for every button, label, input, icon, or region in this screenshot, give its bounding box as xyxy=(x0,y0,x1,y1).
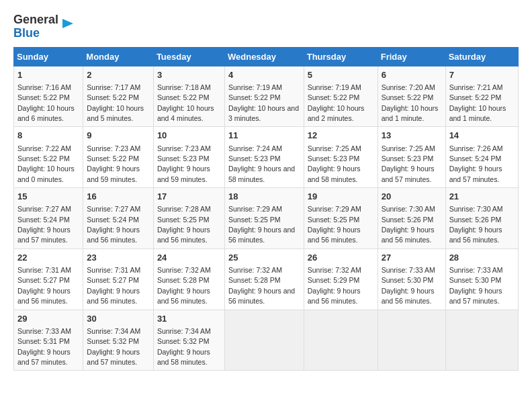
day-number: 19 xyxy=(308,191,374,203)
day-number: 18 xyxy=(228,191,300,203)
day-number: 2 xyxy=(87,69,150,81)
calendar-cell: 11 Sunrise: 7:24 AMSunset: 5:23 PMDaylig… xyxy=(224,127,304,188)
calendar-cell: 23 Sunrise: 7:31 AMSunset: 5:27 PMDaylig… xyxy=(83,248,154,310)
day-number: 14 xyxy=(449,130,515,142)
day-number: 3 xyxy=(157,69,221,81)
svg-marker-0 xyxy=(62,19,73,28)
day-info: Sunrise: 7:30 AMSunset: 5:26 PMDaylight:… xyxy=(382,205,435,244)
calendar-cell: 27 Sunrise: 7:33 AMSunset: 5:30 PMDaylig… xyxy=(378,248,445,310)
day-number: 9 xyxy=(87,130,150,142)
calendar-cell: 18 Sunrise: 7:29 AMSunset: 5:25 PMDaylig… xyxy=(224,188,304,249)
day-info: Sunrise: 7:23 AMSunset: 5:23 PMDaylight:… xyxy=(157,144,211,183)
calendar-cell xyxy=(304,310,378,371)
day-info: Sunrise: 7:32 AMSunset: 5:29 PMDaylight:… xyxy=(308,266,361,305)
day-info: Sunrise: 7:34 AMSunset: 5:32 PMDaylight:… xyxy=(87,327,140,366)
calendar-cell: 24 Sunrise: 7:32 AMSunset: 5:28 PMDaylig… xyxy=(153,248,224,310)
calendar-cell: 17 Sunrise: 7:28 AMSunset: 5:25 PMDaylig… xyxy=(153,188,224,249)
day-info: Sunrise: 7:27 AMSunset: 5:24 PMDaylight:… xyxy=(17,205,71,244)
day-number: 29 xyxy=(17,313,79,325)
day-info: Sunrise: 7:24 AMSunset: 5:23 PMDaylight:… xyxy=(228,144,295,183)
day-info: Sunrise: 7:26 AMSunset: 5:24 PMDaylight:… xyxy=(449,144,503,183)
day-number: 1 xyxy=(17,69,79,81)
calendar-week-row: 8 Sunrise: 7:22 AMSunset: 5:22 PMDayligh… xyxy=(14,127,519,188)
calendar-cell: 15 Sunrise: 7:27 AMSunset: 5:24 PMDaylig… xyxy=(14,188,83,249)
day-info: Sunrise: 7:32 AMSunset: 5:28 PMDaylight:… xyxy=(228,266,295,305)
day-number: 4 xyxy=(228,69,300,81)
day-number: 25 xyxy=(228,252,300,264)
day-number: 8 xyxy=(17,130,79,142)
header-tuesday: Tuesday xyxy=(153,47,224,66)
calendar-cell: 19 Sunrise: 7:29 AMSunset: 5:25 PMDaylig… xyxy=(304,188,378,249)
calendar-cell: 30 Sunrise: 7:34 AMSunset: 5:32 PMDaylig… xyxy=(83,310,154,371)
day-info: Sunrise: 7:19 AMSunset: 5:22 PMDaylight:… xyxy=(228,83,299,122)
header-wednesday: Wednesday xyxy=(224,47,304,66)
header-saturday: Saturday xyxy=(445,47,518,66)
header-sunday: Sunday xyxy=(14,47,83,66)
calendar-cell: 26 Sunrise: 7:32 AMSunset: 5:29 PMDaylig… xyxy=(304,248,378,310)
day-number: 21 xyxy=(449,191,515,203)
day-info: Sunrise: 7:30 AMSunset: 5:26 PMDaylight:… xyxy=(449,205,503,244)
day-number: 28 xyxy=(449,252,515,264)
calendar-table: SundayMondayTuesdayWednesdayThursdayFrid… xyxy=(13,47,519,371)
calendar-cell: 29 Sunrise: 7:33 AMSunset: 5:31 PMDaylig… xyxy=(14,310,83,371)
calendar-cell: 9 Sunrise: 7:23 AMSunset: 5:22 PMDayligh… xyxy=(83,127,154,188)
day-number: 30 xyxy=(87,313,150,325)
day-info: Sunrise: 7:33 AMSunset: 5:30 PMDaylight:… xyxy=(382,266,435,305)
day-number: 22 xyxy=(17,252,79,264)
day-info: Sunrise: 7:34 AMSunset: 5:32 PMDaylight:… xyxy=(157,327,211,366)
day-info: Sunrise: 7:17 AMSunset: 5:22 PMDaylight:… xyxy=(87,83,144,122)
header-monday: Monday xyxy=(83,47,154,66)
day-info: Sunrise: 7:23 AMSunset: 5:22 PMDaylight:… xyxy=(87,144,140,183)
day-info: Sunrise: 7:19 AMSunset: 5:22 PMDaylight:… xyxy=(308,83,365,122)
calendar-cell: 3 Sunrise: 7:18 AMSunset: 5:22 PMDayligh… xyxy=(153,66,224,127)
day-number: 10 xyxy=(157,130,221,142)
calendar-cell xyxy=(378,310,445,371)
calendar-week-row: 29 Sunrise: 7:33 AMSunset: 5:31 PMDaylig… xyxy=(14,310,519,371)
day-info: Sunrise: 7:27 AMSunset: 5:24 PMDaylight:… xyxy=(87,205,140,244)
calendar-cell: 13 Sunrise: 7:25 AMSunset: 5:23 PMDaylig… xyxy=(378,127,445,188)
day-info: Sunrise: 7:20 AMSunset: 5:22 PMDaylight:… xyxy=(382,83,439,122)
calendar-cell: 10 Sunrise: 7:23 AMSunset: 5:23 PMDaylig… xyxy=(153,127,224,188)
day-number: 26 xyxy=(308,252,374,264)
calendar-week-row: 1 Sunrise: 7:16 AMSunset: 5:22 PMDayligh… xyxy=(14,66,519,127)
day-number: 6 xyxy=(382,69,442,81)
calendar-cell: 8 Sunrise: 7:22 AMSunset: 5:22 PMDayligh… xyxy=(14,127,83,188)
day-info: Sunrise: 7:32 AMSunset: 5:28 PMDaylight:… xyxy=(157,266,211,305)
day-number: 5 xyxy=(308,69,374,81)
day-info: Sunrise: 7:29 AMSunset: 5:25 PMDaylight:… xyxy=(228,205,295,244)
day-info: Sunrise: 7:18 AMSunset: 5:22 PMDaylight:… xyxy=(157,83,214,122)
logo: General Blue xyxy=(13,13,75,40)
day-number: 23 xyxy=(87,252,150,264)
day-number: 12 xyxy=(308,130,374,142)
day-number: 15 xyxy=(17,191,79,203)
day-number: 31 xyxy=(157,313,221,325)
day-number: 16 xyxy=(87,191,150,203)
day-number: 17 xyxy=(157,191,221,203)
calendar-cell: 20 Sunrise: 7:30 AMSunset: 5:26 PMDaylig… xyxy=(378,188,445,249)
day-info: Sunrise: 7:28 AMSunset: 5:25 PMDaylight:… xyxy=(157,205,211,244)
calendar-cell: 6 Sunrise: 7:20 AMSunset: 5:22 PMDayligh… xyxy=(378,66,445,127)
day-number: 27 xyxy=(382,252,442,264)
day-number: 24 xyxy=(157,252,221,264)
calendar-cell: 25 Sunrise: 7:32 AMSunset: 5:28 PMDaylig… xyxy=(224,248,304,310)
day-info: Sunrise: 7:33 AMSunset: 5:30 PMDaylight:… xyxy=(449,266,503,305)
day-info: Sunrise: 7:33 AMSunset: 5:31 PMDaylight:… xyxy=(17,327,71,366)
calendar-week-row: 15 Sunrise: 7:27 AMSunset: 5:24 PMDaylig… xyxy=(14,188,519,249)
calendar-cell xyxy=(224,310,304,371)
calendar-cell: 2 Sunrise: 7:17 AMSunset: 5:22 PMDayligh… xyxy=(83,66,154,127)
day-info: Sunrise: 7:31 AMSunset: 5:27 PMDaylight:… xyxy=(87,266,140,305)
calendar-cell: 7 Sunrise: 7:21 AMSunset: 5:22 PMDayligh… xyxy=(445,66,518,127)
calendar-week-row: 22 Sunrise: 7:31 AMSunset: 5:27 PMDaylig… xyxy=(14,248,519,310)
header-thursday: Thursday xyxy=(304,47,378,66)
day-number: 20 xyxy=(382,191,442,203)
calendar-cell: 1 Sunrise: 7:16 AMSunset: 5:22 PMDayligh… xyxy=(14,66,83,127)
calendar-cell: 31 Sunrise: 7:34 AMSunset: 5:32 PMDaylig… xyxy=(153,310,224,371)
day-info: Sunrise: 7:16 AMSunset: 5:22 PMDaylight:… xyxy=(17,83,75,122)
calendar-cell: 12 Sunrise: 7:25 AMSunset: 5:23 PMDaylig… xyxy=(304,127,378,188)
calendar-cell: 16 Sunrise: 7:27 AMSunset: 5:24 PMDaylig… xyxy=(83,188,154,249)
calendar-cell: 22 Sunrise: 7:31 AMSunset: 5:27 PMDaylig… xyxy=(14,248,83,310)
header: General Blue xyxy=(13,11,519,40)
calendar-cell xyxy=(445,310,518,371)
calendar-cell: 5 Sunrise: 7:19 AMSunset: 5:22 PMDayligh… xyxy=(304,66,378,127)
day-info: Sunrise: 7:25 AMSunset: 5:23 PMDaylight:… xyxy=(382,144,435,183)
